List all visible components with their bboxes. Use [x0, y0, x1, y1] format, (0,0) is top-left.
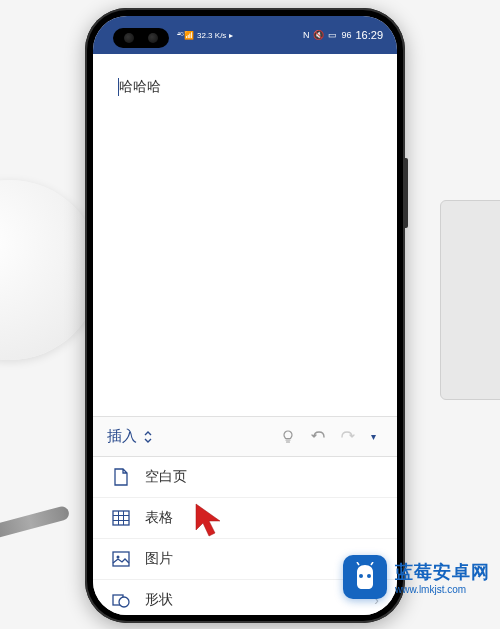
menu-item-table[interactable]: 表格: [93, 498, 397, 539]
battery-icon: ▭: [328, 30, 337, 40]
bg-decoration-keyboard: [440, 200, 500, 400]
blank-page-icon: [111, 468, 131, 486]
editing-toolbar: 插入 ▾: [93, 416, 397, 457]
watermark: 蓝莓安卓网 www.lmkjst.com: [343, 555, 490, 599]
menu-label: 图片: [145, 550, 338, 568]
network-speed: 32.3 K/s: [197, 31, 226, 40]
undo-icon[interactable]: [303, 429, 333, 445]
toolbar-mode-label[interactable]: 插入: [107, 427, 137, 446]
nfc-icon: N: [303, 30, 310, 40]
toolbar-more-dropdown[interactable]: ▾: [363, 431, 383, 442]
bg-decoration-pen: [0, 505, 70, 539]
document-canvas[interactable]: 哈哈哈: [93, 54, 397, 416]
signal-icon: ⁴ᴳ📶: [177, 31, 194, 40]
svg-point-10: [359, 574, 363, 578]
toolbar-mode-selector[interactable]: [143, 430, 153, 444]
camera-notch: [113, 28, 169, 48]
watermark-url: www.lmkjst.com: [395, 584, 490, 595]
redo-icon[interactable]: [333, 429, 363, 445]
phone-power-button: [405, 158, 408, 228]
watermark-title: 蓝莓安卓网: [395, 560, 490, 584]
watermark-badge-icon: [343, 555, 387, 599]
bluetooth-icon: ▸: [229, 31, 233, 40]
battery-percent: 96: [341, 30, 351, 40]
picture-icon: [111, 550, 131, 568]
svg-point-6: [117, 556, 120, 559]
svg-rect-5: [113, 552, 129, 566]
document-text[interactable]: 哈哈哈: [119, 78, 371, 96]
menu-item-blank-page[interactable]: 空白页: [93, 457, 397, 498]
svg-point-8: [119, 597, 129, 607]
phone-screen: ⁴ᴳ📶 32.3 K/s ▸ N 🔇 ▭ 96 16:29 哈哈哈 插入: [93, 16, 397, 615]
clock: 16:29: [355, 29, 383, 41]
svg-line-13: [371, 562, 373, 565]
svg-rect-0: [113, 511, 129, 525]
menu-label: 空白页: [145, 468, 379, 486]
shapes-icon: [111, 591, 131, 609]
menu-label: 形状: [145, 591, 360, 609]
mute-icon: 🔇: [313, 30, 324, 40]
lightbulb-icon[interactable]: [273, 429, 303, 445]
table-icon: [111, 509, 131, 527]
menu-label: 表格: [145, 509, 379, 527]
phone-frame: ⁴ᴳ📶 32.3 K/s ▸ N 🔇 ▭ 96 16:29 哈哈哈 插入: [85, 8, 405, 623]
svg-point-11: [367, 574, 371, 578]
svg-line-12: [357, 562, 359, 565]
